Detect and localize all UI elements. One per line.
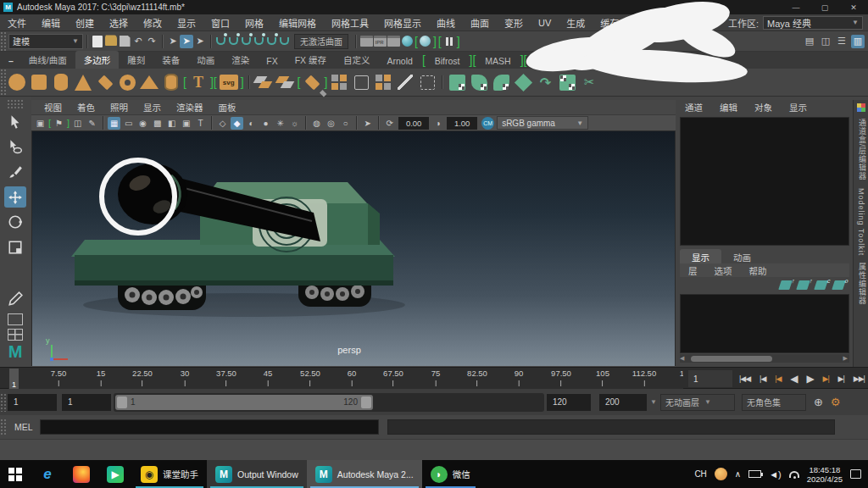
- panel-menu-item[interactable]: 着色: [70, 101, 103, 114]
- poly-torus-button[interactable]: [117, 72, 137, 92]
- shelf-tab[interactable]: MASH: [476, 53, 519, 69]
- taskbar-firefox[interactable]: [64, 460, 98, 488]
- menu-item[interactable]: UV: [531, 18, 559, 28]
- shelf-tab-active[interactable]: 多边形: [75, 51, 120, 69]
- scrollbar-thumb[interactable]: [691, 356, 772, 362]
- exposure-field[interactable]: 0.00: [398, 117, 429, 130]
- default-material-icon[interactable]: ●: [259, 117, 272, 130]
- layer-list[interactable]: [680, 294, 849, 353]
- animation-preferences-button[interactable]: ⚙: [831, 396, 841, 408]
- command-input[interactable]: [40, 419, 379, 435]
- grid-fill-button[interactable]: [373, 72, 393, 92]
- layer-tab-display[interactable]: 显示: [680, 249, 721, 263]
- select-component-button[interactable]: ➤: [193, 35, 207, 48]
- clock[interactable]: 18:45:18 2020/4/25: [807, 465, 843, 484]
- anim-layer-select[interactable]: 无动画层▼: [660, 394, 735, 411]
- taskbar-media-player[interactable]: ▶: [98, 460, 132, 488]
- new-scene-button[interactable]: [91, 35, 104, 48]
- menu-item[interactable]: 网格: [237, 16, 271, 30]
- contrast-toggle-icon[interactable]: ◑: [431, 117, 444, 130]
- arnold-render-button[interactable]: [419, 35, 432, 48]
- isolate-select-icon[interactable]: ➤: [361, 117, 374, 130]
- make-live-icon[interactable]: [280, 37, 289, 45]
- panel-menu-item[interactable]: 面板: [211, 101, 244, 114]
- channel-box-menu-item[interactable]: 编辑: [711, 101, 746, 114]
- motion-blur-icon[interactable]: ○: [339, 117, 352, 130]
- hypershade-button[interactable]: [400, 35, 414, 48]
- field-chart-icon[interactable]: ◧: [165, 117, 178, 130]
- step-back-key-button[interactable]: |◀: [775, 374, 781, 383]
- scroll-left-arrow-icon[interactable]: ◀: [680, 355, 684, 362]
- drag-handle[interactable]: [0, 69, 6, 96]
- mirror-button[interactable]: [302, 72, 322, 92]
- menu-item[interactable]: 显示: [170, 16, 203, 30]
- smooth-button[interactable]: [329, 72, 349, 92]
- language-indicator[interactable]: CH: [694, 469, 706, 479]
- menu-item[interactable]: 曲面: [463, 16, 497, 30]
- poly-cube-button[interactable]: [29, 72, 49, 92]
- textured-mode-icon[interactable]: ◐: [245, 117, 258, 130]
- taskbar-classroom-assistant[interactable]: ◉ 课堂助手: [132, 460, 207, 488]
- playback-end-field[interactable]: 120: [547, 394, 591, 411]
- ssao-icon[interactable]: ◎: [325, 117, 337, 130]
- channel-box-list[interactable]: [680, 117, 849, 246]
- go-to-end-button[interactable]: ▶▶|: [854, 374, 865, 383]
- planar-mapping-button[interactable]: [447, 72, 467, 92]
- grease-pencil-icon[interactable]: ✎: [86, 117, 98, 130]
- time-ruler[interactable]: 1 7.50 15 22.50 30 37.50 45 52.50 60 67.…: [8, 368, 683, 390]
- maximize-button[interactable]: ▢: [810, 3, 839, 12]
- range-slider-bar[interactable]: 1 120: [115, 395, 373, 410]
- notification-center-icon[interactable]: [850, 469, 861, 479]
- menu-item[interactable]: 选择: [102, 16, 136, 30]
- channel-box-menu-item[interactable]: 通道: [676, 101, 711, 114]
- chevron-down-icon[interactable]: ▼: [650, 398, 657, 406]
- poly-cylinder-button[interactable]: [51, 72, 71, 92]
- cube-wireframe-button[interactable]: [351, 72, 371, 92]
- resolution-gate-icon[interactable]: ◉: [136, 117, 149, 130]
- uv-snapshot-button[interactable]: [557, 72, 577, 92]
- rotate-tool-button[interactable]: [4, 211, 26, 233]
- snap-point-icon[interactable]: [242, 37, 251, 45]
- four-pane-layout-button[interactable]: [8, 329, 23, 341]
- panel-menu-item[interactable]: 视图: [36, 101, 70, 114]
- gate-mask-icon[interactable]: ▩: [151, 117, 164, 130]
- minimize-button[interactable]: —: [782, 3, 810, 12]
- menu-item[interactable]: 编辑: [34, 16, 68, 30]
- sidebar-tool-settings-toggle[interactable]: ◫: [819, 35, 832, 48]
- layer-menu-item[interactable]: 帮助: [741, 263, 776, 277]
- drag-handle[interactable]: [0, 419, 6, 435]
- side-tab-attribute-editor[interactable]: 属性编辑器: [857, 263, 868, 305]
- current-frame-marker[interactable]: 1: [9, 369, 19, 389]
- select-tool-button[interactable]: [4, 111, 26, 133]
- select-camera-icon[interactable]: ▣: [34, 117, 47, 130]
- spherical-mapping-button[interactable]: [491, 72, 511, 92]
- view-transform-select[interactable]: sRGB gamma▼: [497, 116, 588, 130]
- layer-menu-item[interactable]: 层: [680, 263, 706, 277]
- play-backwards-button[interactable]: ◀: [790, 373, 797, 385]
- lighting-icon[interactable]: ☼: [288, 117, 301, 130]
- poly-text-button[interactable]: T: [188, 72, 209, 92]
- poly-pyramid-button[interactable]: [139, 72, 159, 92]
- save-scene-button[interactable]: [118, 35, 131, 48]
- shelf-tab[interactable]: 曲线/曲面: [20, 51, 75, 69]
- sidebar-attribute-editor-toggle[interactable]: ▤: [803, 35, 816, 48]
- taskbar-internet-explorer[interactable]: e: [31, 460, 64, 488]
- go-to-start-button[interactable]: |◀◀: [739, 374, 750, 383]
- channel-box-menu-item[interactable]: 显示: [781, 101, 815, 114]
- panel-menu-item[interactable]: 照明: [103, 101, 136, 114]
- taskbar-wechat[interactable]: ◗ 微信: [422, 460, 479, 488]
- close-button[interactable]: ✕: [839, 3, 868, 12]
- menu-item[interactable]: 创建: [68, 16, 102, 30]
- image-plane-icon[interactable]: ◫: [71, 117, 84, 130]
- viewport-canvas[interactable]: y persp: [31, 131, 676, 366]
- layer-tab-anim[interactable]: 动画: [721, 249, 763, 263]
- quad-draw-button[interactable]: [417, 72, 437, 92]
- render-settings-button[interactable]: [387, 35, 400, 48]
- safe-title-icon[interactable]: T: [194, 117, 207, 130]
- side-tab-channel-box[interactable]: 通道盒/层编辑器: [857, 119, 868, 181]
- grid-toggle-icon[interactable]: ▦: [108, 117, 120, 130]
- range-slider-groove[interactable]: 1 120: [114, 393, 544, 412]
- poly-sphere-button[interactable]: [7, 72, 27, 92]
- paint-select-tool-button[interactable]: [4, 161, 26, 183]
- range-start-handle[interactable]: [117, 396, 127, 408]
